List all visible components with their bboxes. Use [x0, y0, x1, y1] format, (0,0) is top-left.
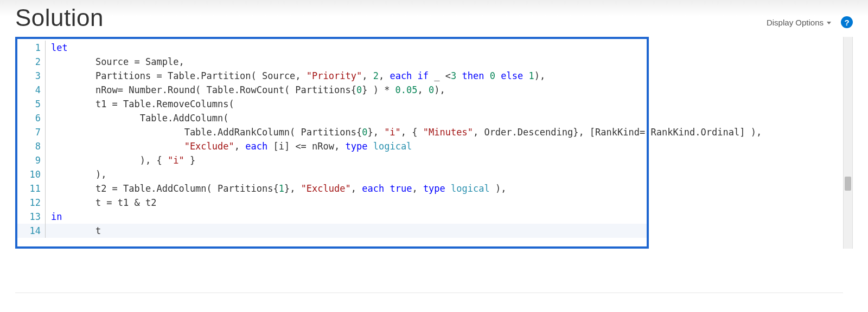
- code-content: ),: [46, 167, 106, 181]
- scrollbar-thumb[interactable]: [845, 177, 851, 191]
- code-line[interactable]: 6 Table.AddColumn(: [17, 111, 647, 125]
- line-number: 3: [17, 69, 46, 83]
- code-line[interactable]: 11 t2 = Table.AddColumn( Partitions{1}, …: [17, 181, 647, 196]
- code-content: t = t1 & t2: [46, 196, 156, 210]
- line-number: 6: [17, 111, 46, 125]
- code-content: let: [46, 41, 68, 55]
- help-button[interactable]: ?: [841, 16, 853, 28]
- line-number: 5: [17, 97, 46, 111]
- line-number: 9: [17, 153, 46, 167]
- display-options-dropdown[interactable]: Display Options: [767, 18, 831, 27]
- line-number: 8: [17, 139, 46, 153]
- code-line[interactable]: 14 t: [17, 224, 647, 238]
- code-content: nRow= Number.Round( Table.RowCount( Part…: [46, 83, 445, 97]
- code-content: in: [46, 210, 62, 224]
- code-content: Source = Sample,: [46, 55, 184, 69]
- chevron-down-icon: [827, 22, 831, 24]
- line-number: 12: [17, 196, 46, 210]
- code-line[interactable]: 13in: [17, 210, 647, 224]
- code-content: ), { "i" }: [46, 153, 195, 167]
- code-line[interactable]: 5 t1 = Table.RemoveColumns(: [17, 97, 647, 111]
- code-content: "Exclude", each [i] <= nRow, type logica…: [46, 139, 412, 153]
- code-line[interactable]: 4 nRow= Number.Round( Table.RowCount( Pa…: [17, 83, 647, 97]
- code-line[interactable]: 12 t = t1 & t2: [17, 196, 647, 210]
- line-number: 4: [17, 83, 46, 97]
- code-line[interactable]: 7 Table.AddRankColumn( Partitions{0}, "i…: [17, 125, 647, 139]
- code-line[interactable]: 10 ),: [17, 167, 647, 181]
- code-content: Partitions = Table.Partition( Source, "P…: [46, 69, 545, 83]
- line-number: 13: [17, 210, 46, 224]
- code-content: t2 = Table.AddColumn( Partitions{1}, "Ex…: [46, 181, 506, 196]
- line-number: 11: [17, 181, 46, 196]
- code-line[interactable]: 8 "Exclude", each [i] <= nRow, type logi…: [17, 139, 647, 153]
- code-line[interactable]: 3 Partitions = Table.Partition( Source, …: [17, 69, 647, 83]
- vertical-scrollbar[interactable]: [843, 37, 853, 249]
- display-options-label: Display Options: [767, 18, 824, 27]
- line-number: 1: [17, 41, 46, 55]
- help-icon: ?: [844, 18, 849, 27]
- code-line[interactable]: 1let: [17, 41, 647, 55]
- code-content: t: [46, 224, 101, 238]
- page-title: Solution: [15, 4, 104, 31]
- code-content: Table.AddColumn(: [46, 111, 229, 125]
- code-editor[interactable]: 1let2 Source = Sample,3 Partitions = Tab…: [15, 37, 649, 249]
- code-line[interactable]: 9 ), { "i" }: [17, 153, 647, 167]
- line-number: 10: [17, 167, 46, 181]
- code-line[interactable]: 2 Source = Sample,: [17, 55, 647, 69]
- line-number: 14: [17, 224, 46, 238]
- panel-divider: [15, 292, 843, 293]
- line-number: 2: [17, 55, 46, 69]
- line-number: 7: [17, 125, 46, 139]
- code-content: t1 = Table.RemoveColumns(: [46, 97, 234, 111]
